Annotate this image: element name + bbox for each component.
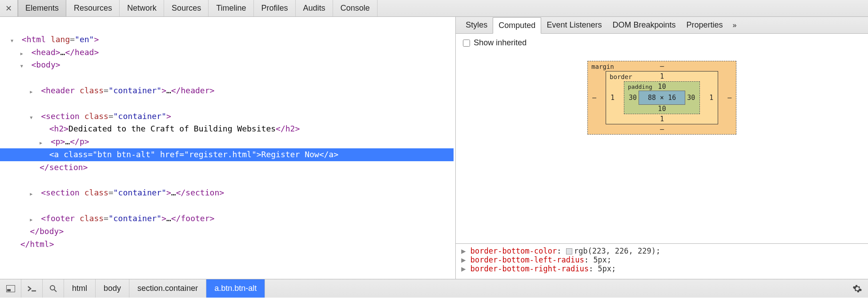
- console-icon[interactable]: [21, 279, 43, 298]
- crumb-section-container[interactable]: section.container: [129, 279, 206, 298]
- main-toolbar: ✕ ElementsResourcesNetworkSourcesTimelin…: [0, 0, 868, 17]
- main-area: <html lang="en"> <head>…</head> <body> <…: [0, 17, 868, 279]
- elements-panel[interactable]: <html lang="en"> <head>…</head> <body> <…: [0, 17, 456, 279]
- crumb-html[interactable]: html: [64, 279, 96, 298]
- tab-profiles[interactable]: Profiles: [254, 0, 296, 16]
- tab-network[interactable]: Network: [120, 0, 164, 16]
- rtab-computed[interactable]: Computed: [493, 17, 541, 34]
- rtab-dom-breakpoints[interactable]: DOM Breakpoints: [607, 17, 681, 33]
- svg-rect-1: [7, 289, 11, 291]
- main-tabs: ElementsResourcesNetworkSourcesTimelineP…: [18, 0, 378, 16]
- box-model-margin[interactable]: margin – – – – border 1 1 1 1 padding 10…: [587, 61, 736, 135]
- box-model-content[interactable]: 88 × 16: [639, 91, 685, 105]
- tab-console[interactable]: Console: [333, 0, 378, 16]
- tab-sources[interactable]: Sources: [164, 0, 209, 16]
- rtab-event-listeners[interactable]: Event Listeners: [541, 17, 607, 33]
- dock-icon[interactable]: [0, 279, 21, 298]
- rtab-properties[interactable]: Properties: [681, 17, 728, 33]
- prop-row[interactable]: ▶ border-bottom-left-radius: 5px;: [461, 255, 863, 264]
- prop-row[interactable]: ▶ border-bottom-color: rgb(223, 226, 229…: [461, 246, 863, 255]
- show-inherited-row: Show inherited: [456, 34, 868, 52]
- box-model-padding[interactable]: padding 10 10 30 30 88 × 16: [624, 81, 700, 114]
- tab-audits[interactable]: Audits: [296, 0, 333, 16]
- dom-tree[interactable]: <html lang="en"> <head>…</head> <body> <…: [0, 17, 455, 254]
- tab-timeline[interactable]: Timeline: [209, 0, 253, 16]
- crumb-a-btn-btn-alt[interactable]: a.btn.btn-alt: [206, 279, 265, 298]
- overflow-icon[interactable]: »: [728, 21, 741, 29]
- svg-point-3: [50, 286, 55, 290]
- rtab-styles[interactable]: Styles: [460, 17, 493, 33]
- show-inherited-label: Show inherited: [474, 38, 526, 48]
- crumb-body[interactable]: body: [96, 279, 129, 298]
- close-icon[interactable]: ✕: [0, 0, 18, 16]
- prop-row[interactable]: ▶ border-bottom-right-radius: 5px;: [461, 264, 863, 273]
- show-inherited-checkbox[interactable]: [463, 40, 470, 47]
- computed-properties[interactable]: ▶ border-bottom-color: rgb(223, 226, 229…: [456, 243, 868, 279]
- status-bar: htmlbodysection.containera.btn.btn-alt: [0, 279, 868, 298]
- tab-elements[interactable]: Elements: [18, 0, 66, 16]
- gear-icon[interactable]: [847, 279, 868, 298]
- right-tabs: StylesComputedEvent ListenersDOM Breakpo…: [456, 17, 868, 34]
- styles-panel: StylesComputedEvent ListenersDOM Breakpo…: [456, 17, 868, 279]
- search-icon[interactable]: [43, 279, 64, 298]
- svg-line-4: [54, 290, 56, 292]
- box-model-border[interactable]: border 1 1 1 1 padding 10 10 30 30 88 × …: [606, 71, 718, 124]
- tab-resources[interactable]: Resources: [66, 0, 120, 16]
- box-model[interactable]: margin – – – – border 1 1 1 1 padding 10…: [456, 52, 868, 243]
- breadcrumbs: htmlbodysection.containera.btn.btn-alt: [64, 279, 265, 298]
